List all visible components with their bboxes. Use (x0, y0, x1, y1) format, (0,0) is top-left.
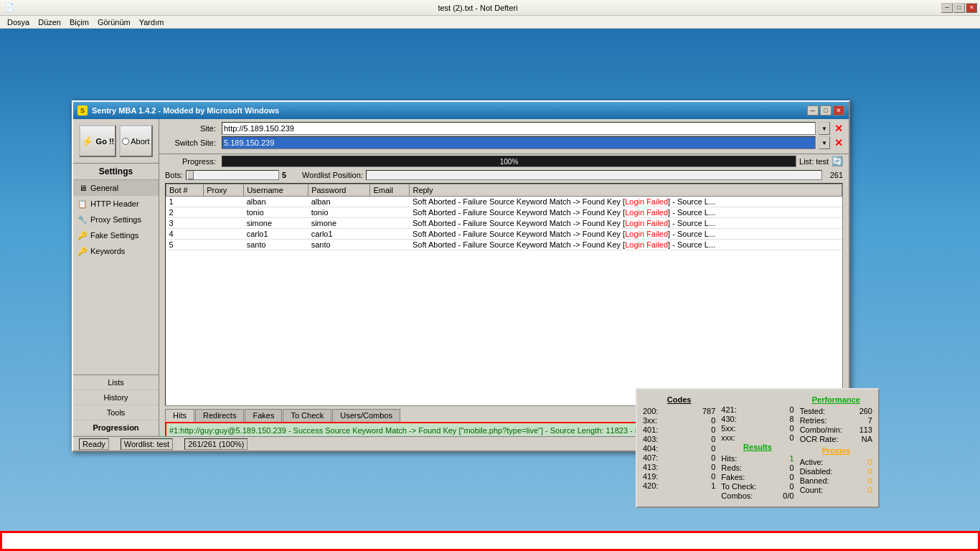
progress-row: Progress: 100% List: test 🔄 (159, 154, 849, 169)
site-label: Site: (165, 124, 219, 133)
switch-site-dropdown[interactable]: ▼ (819, 136, 830, 149)
site-dropdown[interactable]: ▼ (819, 122, 830, 135)
status-ready-text: Ready (83, 440, 105, 448)
site-row: Site: http://5.189.150.239 ▼ ✕ (165, 122, 843, 135)
minimize-button[interactable]: ─ (807, 105, 819, 116)
progress-bar: 100% (222, 156, 796, 167)
bots-row: Bots: 5 Wordlist Position: 261 (159, 169, 849, 183)
wordlist-count: 261 (825, 171, 843, 179)
table-row: 4 carlo1 carlo1 Soft Aborted - Failure S… (166, 229, 842, 240)
stat-retries: Retries:7 (800, 416, 872, 425)
cell-id: 3 (166, 218, 204, 229)
notepad-controls: ─ □ ✕ (941, 3, 977, 13)
tab-redirects[interactable]: Redirects (195, 409, 244, 422)
bots-slider[interactable] (186, 170, 279, 180)
nav-history[interactable]: History (73, 390, 159, 405)
table-body: 1 alban alban Soft Aborted - Failure Sou… (166, 197, 842, 250)
stat-combos: Combos:0/0 (721, 491, 793, 500)
tab-hits[interactable]: Hits (165, 409, 194, 422)
stat-404: 404:0 (643, 444, 715, 453)
sidebar-item-fake-settings[interactable]: 🔑 Fake Settings (73, 227, 159, 243)
menu-bicim[interactable]: Biçim (65, 17, 93, 27)
menu-dosya[interactable]: Dosya (3, 17, 34, 27)
sidebar-label-http: HTTP Header (90, 199, 139, 208)
close-button[interactable]: ✕ (833, 105, 844, 116)
cell-email (370, 218, 410, 229)
radio-icon (122, 138, 129, 145)
tab-fakes[interactable]: Fakes (245, 409, 282, 422)
stats-codes-col: Codes 200:787 3xx:0 401:0 403:0 404:0 40… (643, 395, 715, 501)
proxy-icon: 🔧 (77, 215, 88, 225)
notepad-close-button[interactable]: ✕ (966, 3, 977, 13)
stats-results-header: Results (721, 443, 793, 451)
cell-email (370, 197, 410, 207)
window-icon: S (77, 105, 88, 116)
menu-duzen[interactable]: Düzen (34, 17, 65, 27)
sidebar-label-general: General (90, 184, 118, 192)
switch-site-label: Switch Site: (165, 138, 219, 147)
list-label: List: test (799, 157, 829, 166)
col-username: Username (244, 184, 308, 197)
sidebar-item-keywords[interactable]: 🔑 Keywords (73, 243, 159, 259)
notepad-menubar: Dosya Düzen Biçim Görünüm Yardım (0, 16, 980, 29)
stat-407: 407:0 (643, 453, 715, 462)
go-button[interactable]: ⚡ Go !! (79, 125, 116, 157)
data-table-container: Bot # Proxy Username Password Email Repl… (165, 183, 843, 406)
stat-413: 413:0 (643, 463, 715, 471)
cell-username: carlo1 (244, 229, 308, 240)
cell-proxy (204, 240, 244, 250)
switch-site-input[interactable]: 5.189.150.239 (222, 136, 816, 149)
stat-421: 421:0 (721, 405, 793, 414)
cell-password: simone (308, 218, 370, 229)
switch-site-clear-button[interactable]: ✕ (834, 137, 843, 149)
window-titlebar: S Sentry MBA 1.4.2 - Modded by Microsoft… (73, 102, 849, 119)
site-value: http://5.189.150.239 (224, 124, 294, 133)
status-wordlist: Wordlist: test (121, 438, 173, 450)
cell-password: alban (308, 197, 370, 207)
go-abort-area: ⚡ Go !! Abort (73, 119, 159, 164)
sidebar-label-proxy: Proxy Settings (90, 215, 141, 224)
notepad-maximize-button[interactable]: □ (953, 3, 965, 13)
stat-200: 200:787 (643, 407, 715, 415)
restore-button[interactable]: □ (820, 105, 831, 116)
notepad-minimize-button[interactable]: ─ (941, 3, 953, 13)
site-clear-button[interactable]: ✕ (834, 123, 843, 134)
fake-icon: 🔑 (77, 230, 88, 240)
sidebar: ⚡ Go !! Abort Settings 🖥 General 📋 (73, 119, 159, 451)
cell-username: tonio (244, 207, 308, 218)
stat-419: 419:0 (643, 472, 715, 481)
stat-ocr-rate: OCR Rate:NA (800, 435, 872, 443)
menu-yardim[interactable]: Yardım (135, 17, 169, 27)
sidebar-item-proxy-settings[interactable]: 🔧 Proxy Settings (73, 212, 159, 227)
progress-text: 100% (222, 156, 796, 168)
status-progress: 261/261 (100%) (184, 438, 248, 450)
cell-proxy (204, 207, 244, 218)
nav-tools[interactable]: Tools (73, 405, 159, 420)
sidebar-label-keywords: Keywords (90, 247, 125, 255)
tab-to-check[interactable]: To Check (283, 409, 331, 422)
sidebar-item-general[interactable]: 🖥 General (73, 180, 159, 196)
cell-proxy (204, 218, 244, 229)
abort-button[interactable]: Abort (119, 125, 153, 157)
table-row: 2 tonio tonio Soft Aborted - Failure Sou… (166, 207, 842, 218)
stat-hits: Hits:1 (721, 454, 793, 463)
table-row: 5 santo santo Soft Aborted - Failure Sou… (166, 240, 842, 250)
stats-perf-col: Performance Tested:260 Retries:7 Combo/m… (800, 395, 872, 501)
bots-count: 5 (282, 171, 293, 179)
refresh-icon[interactable]: 🔄 (831, 156, 843, 167)
notepad-icon: 📄 (4, 3, 14, 12)
cell-reply: Soft Aborted - Failure Source Keyword Ma… (410, 207, 842, 218)
nav-lists[interactable]: Lists (73, 375, 159, 390)
nav-progression[interactable]: Progression (73, 420, 159, 435)
menu-gorunum[interactable]: Görünüm (93, 17, 135, 27)
status-wordlist-text: Wordlist: test (124, 440, 169, 448)
site-input[interactable]: http://5.189.150.239 (222, 122, 816, 135)
stat-403: 403:0 (643, 435, 715, 443)
bots-label: Bots: (165, 171, 183, 179)
stat-fakes: Fakes:0 (721, 473, 793, 481)
wordlist-slider[interactable] (366, 170, 822, 180)
tab-users-combos[interactable]: Users/Combos (332, 409, 400, 422)
lightning-icon: ⚡ (81, 136, 93, 147)
cell-email (370, 207, 410, 218)
sidebar-item-http-header[interactable]: 📋 HTTP Header (73, 196, 159, 212)
